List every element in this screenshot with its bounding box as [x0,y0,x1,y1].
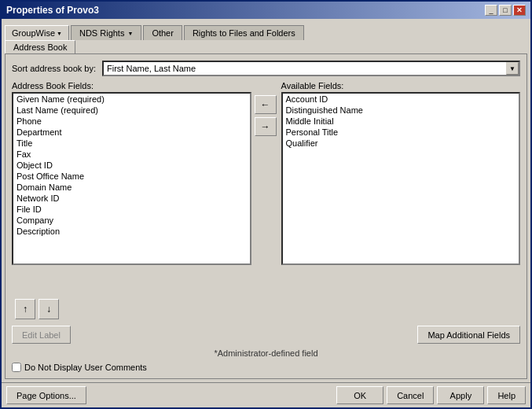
sort-row: Sort address book by: First Name, Last N… [12,61,520,76]
sort-select-wrapper: First Name, Last Name Last Name, First N… [102,61,520,76]
move-down-button[interactable]: ↓ [39,299,59,319]
cancel-button[interactable]: Cancel [387,386,434,404]
lists-row: Address Book Fields: Given Name (require… [12,81,520,294]
tab-nds-rights-label: NDS Rights [79,28,124,38]
window-title: Properties of Provo3 [6,5,99,16]
nds-dropdown-icon: ▼ [127,31,133,36]
sort-label: Sort address book by: [12,64,96,73]
available-field-item[interactable]: Account ID [283,94,519,105]
ok-button[interactable]: OK [336,386,383,404]
arrow-buttons: ← → [255,81,278,136]
checkbox-row: Do Not Display User Comments [12,363,520,372]
tab-nds-rights[interactable]: NDS Rights ▼ [71,25,141,40]
move-left-button[interactable]: ← [255,95,277,114]
page-options-button[interactable]: Page Options... [6,386,86,404]
main-window: Properties of Provo3 _ □ ✕ GroupWise ▼ N… [0,0,532,409]
available-field-item[interactable]: Middle Initial [283,116,519,127]
address-book-field-item[interactable]: Network ID [13,193,250,204]
move-up-button[interactable]: ↑ [15,299,35,319]
address-book-field-item[interactable]: Object ID [13,160,250,171]
help-button[interactable]: Help [487,386,526,404]
sort-select[interactable]: First Name, Last Name Last Name, First N… [102,61,520,76]
tab-address-book[interactable]: Address Book [5,40,75,53]
maximize-button[interactable]: □ [499,5,512,16]
available-fields-label: Available Fields: [281,81,521,90]
address-book-fields-list[interactable]: Given Name (required)Last Name (required… [12,92,251,265]
address-book-field-item[interactable]: Phone [13,116,250,127]
tab-other[interactable]: Other [143,25,182,40]
title-bar-controls: _ □ ✕ [485,5,526,16]
apply-button[interactable]: Apply [437,386,484,404]
bottom-bar: Page Options... OK Cancel Apply Help [2,382,530,407]
tab-other-label: Other [152,28,174,38]
address-book-field-item[interactable]: Title [13,138,250,149]
tab-rights-to-files-label: Rights to Files and Folders [193,28,295,38]
address-book-field-item[interactable]: File ID [13,204,250,215]
address-book-fields-panel: Address Book Fields: Given Name (require… [12,81,251,265]
available-field-item[interactable]: Personal Title [283,127,519,138]
address-book-field-item[interactable]: Description [13,226,250,237]
address-book-field-item[interactable]: Company [13,215,250,226]
move-right-button[interactable]: → [255,117,277,136]
address-book-field-item[interactable]: Department [13,127,250,138]
tabs-area: GroupWise ▼ NDS Rights ▼ Other Rights to… [5,22,527,53]
do-not-display-label: Do Not Display User Comments [24,363,147,372]
address-book-field-item[interactable]: Last Name (required) [13,105,250,116]
minimize-button[interactable]: _ [485,5,497,16]
up-down-row: ↑ ↓ [15,299,520,319]
do-not-display-checkbox[interactable] [12,363,21,372]
available-field-item[interactable]: Qualifier [283,138,519,149]
admin-note: *Administrator-defined field [12,348,520,358]
tab-rights-to-files[interactable]: Rights to Files and Folders [184,25,304,40]
available-fields-panel: Available Fields: Account IDDistinguishe… [281,81,521,265]
address-book-field-item[interactable]: Fax [13,149,250,160]
content-area: GroupWise ▼ NDS Rights ▼ Other Rights to… [2,19,530,382]
close-button[interactable]: ✕ [513,5,526,16]
edit-map-row: Edit Label Map Additional Fields [12,326,520,344]
tab-address-book-label: Address Book [13,42,67,52]
tab-groupwise-label: GroupWise [12,28,55,38]
title-bar: Properties of Provo3 _ □ ✕ [2,2,530,19]
available-fields-list[interactable]: Account IDDistinguished NameMiddle Initi… [281,92,521,265]
address-book-fields-label: Address Book Fields: [12,81,251,90]
main-panel: Sort address book by: First Name, Last N… [5,53,527,379]
groupwise-dropdown-icon: ▼ [57,31,62,36]
edit-label-button[interactable]: Edit Label [12,326,71,344]
available-field-item[interactable]: Distinguished Name [283,105,519,116]
address-book-field-item[interactable]: Post Office Name [13,171,250,182]
top-tabs: GroupWise ▼ NDS Rights ▼ Other Rights to… [5,22,527,40]
map-additional-fields-button[interactable]: Map Additional Fields [417,326,520,344]
bottom-right-buttons: OK Cancel Apply Help [336,386,526,404]
tab-groupwise[interactable]: GroupWise ▼ [5,25,69,40]
address-book-field-item[interactable]: Given Name (required) [13,94,250,105]
address-book-field-item[interactable]: Domain Name [13,182,250,193]
